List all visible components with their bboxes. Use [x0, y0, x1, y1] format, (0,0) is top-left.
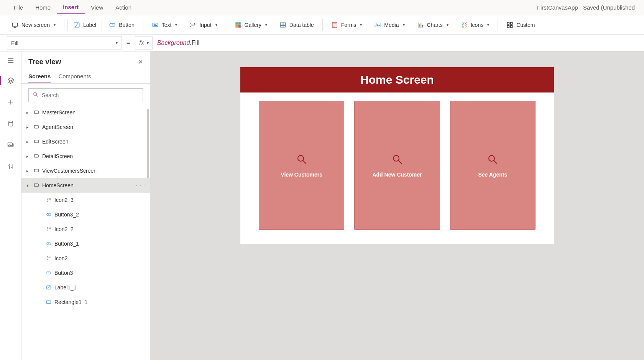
- charts-button[interactable]: Charts ▾: [412, 19, 454, 31]
- svg-rect-33: [34, 184, 39, 187]
- input-button[interactable]: Input ▾: [184, 19, 222, 31]
- text-button[interactable]: Text ▾: [146, 19, 183, 31]
- tree-item-label: DetailScreen: [42, 153, 145, 159]
- tree-view-panel: Tree view ✕ Screens Components ▸MasterSc…: [21, 51, 150, 360]
- tree-screen-row[interactable]: ▸DetailScreen: [21, 149, 150, 163]
- button-control-button[interactable]: Button: [104, 19, 140, 31]
- tree-item-label: Button3_1: [54, 241, 145, 247]
- forms-icon: [331, 21, 338, 28]
- svg-point-40: [47, 256, 48, 258]
- label-button[interactable]: Label: [67, 19, 102, 31]
- tab-components[interactable]: Components: [58, 70, 91, 83]
- screen-icon: [33, 124, 40, 130]
- tree-search[interactable]: [28, 88, 143, 102]
- charts-icon: [417, 21, 424, 28]
- custom-icon: [506, 21, 513, 28]
- tree-control-row[interactable]: Button3_2: [21, 207, 150, 222]
- hamburger-button[interactable]: [4, 55, 18, 66]
- svg-rect-12: [375, 23, 381, 27]
- tree-control-row[interactable]: Button3: [21, 266, 150, 280]
- icons-label: Icons: [471, 22, 483, 28]
- expand-chevron-icon[interactable]: ▸: [25, 154, 31, 159]
- app-home-header: Home Screen: [240, 67, 554, 92]
- svg-rect-16: [422, 25, 422, 27]
- tree-item-label: HomeScreen: [42, 182, 134, 188]
- expand-chevron-icon[interactable]: ▸: [25, 139, 31, 144]
- tree-screen-row[interactable]: ▸AgentScreen: [21, 120, 150, 134]
- tree-control-row[interactable]: Button3_1: [21, 236, 150, 251]
- media-icon: [374, 21, 381, 28]
- tree-control-row[interactable]: Icon2_3: [21, 193, 150, 207]
- tree-screen-row[interactable]: ▸EditScreen: [21, 134, 150, 149]
- screen-icon: [33, 168, 40, 174]
- expand-chevron-icon[interactable]: ▾: [25, 183, 31, 188]
- tree-item-label: AgentScreen: [42, 124, 145, 130]
- card-see-agents[interactable]: See Agents: [450, 101, 536, 230]
- menu-file[interactable]: File: [8, 1, 29, 14]
- tree-item-label: ViewCustomersScreen: [42, 168, 145, 174]
- close-icon[interactable]: ✕: [138, 58, 143, 66]
- screen-icon: [33, 139, 40, 145]
- tree-screen-row[interactable]: ▾HomeScreen· · ·: [21, 178, 150, 193]
- tree-control-row[interactable]: Rectangle1_1: [21, 295, 150, 309]
- menu-bar: File Home Insert View Action FirstCanvas…: [0, 0, 644, 15]
- canvas-area[interactable]: Home Screen View Customers Add New Custo…: [150, 51, 644, 360]
- tree-screen-row[interactable]: ▸MasterScreen: [21, 105, 150, 120]
- ribbon-separator: [498, 19, 498, 31]
- svg-point-34: [47, 198, 48, 200]
- svg-point-25: [8, 165, 10, 166]
- svg-point-22: [8, 121, 13, 123]
- menu-view[interactable]: View: [85, 1, 109, 14]
- card-view-customers[interactable]: View Customers: [259, 101, 344, 230]
- app-home-body: View Customers Add New Customer See Agen…: [240, 92, 554, 244]
- svg-point-5: [194, 23, 195, 25]
- tab-screens[interactable]: Screens: [28, 70, 51, 83]
- tree-control-row[interactable]: Icon2_2: [21, 222, 150, 236]
- svg-rect-8: [235, 25, 238, 27]
- svg-rect-21: [511, 25, 513, 27]
- card-add-new-customer[interactable]: Add New Customer: [354, 101, 440, 230]
- icons-icon: [461, 21, 468, 28]
- svg-rect-29: [34, 126, 39, 128]
- tree-control-row[interactable]: Label1_1: [21, 280, 150, 295]
- formula-input[interactable]: Background.Fill: [157, 39, 637, 46]
- tree-screen-row[interactable]: ▸ViewCustomersScreen: [21, 163, 150, 178]
- data-rail-button[interactable]: [4, 117, 18, 130]
- app-preview-frame[interactable]: Home Screen View Customers Add New Custo…: [240, 67, 554, 245]
- media-button[interactable]: Media ▾: [369, 19, 410, 31]
- tree-view-rail-button[interactable]: [4, 74, 18, 88]
- fx-label: fx: [139, 40, 144, 46]
- chevron-down-icon: ▾: [116, 41, 118, 45]
- advanced-rail-button[interactable]: [4, 160, 18, 173]
- menu-insert[interactable]: Insert: [57, 1, 85, 14]
- icons-button[interactable]: Icons ▾: [455, 19, 495, 31]
- forms-label: Forms: [341, 22, 356, 28]
- gallery-button[interactable]: Gallery ▾: [229, 19, 273, 31]
- new-screen-button[interactable]: New screen ▾: [6, 19, 61, 31]
- menu-action[interactable]: Action: [109, 1, 138, 14]
- scrollbar-thumb[interactable]: [147, 109, 149, 178]
- data-table-button[interactable]: Data table: [274, 19, 319, 31]
- tree-control-row[interactable]: Icon2: [21, 251, 150, 266]
- tree-item-label: Icon2: [54, 255, 145, 261]
- menu-home[interactable]: Home: [29, 1, 57, 14]
- expand-chevron-icon[interactable]: ▸: [25, 125, 31, 130]
- formula-bar: Fill ▾ = fx ▾ Background.Fill: [0, 35, 644, 51]
- svg-rect-30: [34, 140, 39, 143]
- button-icon: [45, 241, 52, 247]
- media-rail-button[interactable]: [4, 138, 18, 152]
- button-icon: [109, 21, 116, 28]
- expand-chevron-icon[interactable]: ▸: [25, 168, 31, 173]
- tree-item-label: Rectangle1_1: [54, 299, 145, 305]
- svg-point-42: [48, 272, 49, 273]
- icon-icon: [45, 197, 52, 203]
- expand-chevron-icon[interactable]: ▸: [25, 110, 31, 115]
- forms-button[interactable]: Forms ▾: [326, 19, 368, 31]
- fx-button[interactable]: fx ▾: [135, 36, 153, 50]
- svg-rect-10: [280, 23, 286, 27]
- property-selector[interactable]: Fill ▾: [7, 36, 122, 50]
- insert-rail-button[interactable]: [4, 95, 18, 109]
- more-options-icon[interactable]: · · ·: [136, 182, 145, 188]
- search-input[interactable]: [42, 92, 139, 98]
- custom-button[interactable]: Custom: [501, 19, 540, 31]
